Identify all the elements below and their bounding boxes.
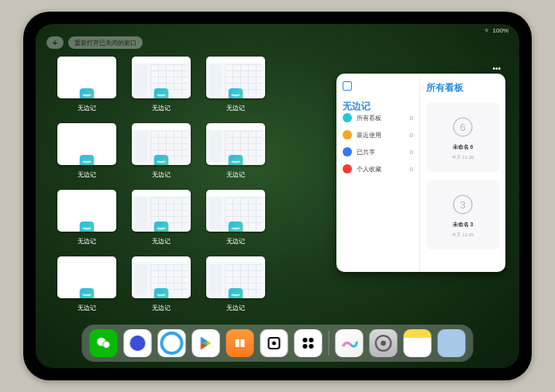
app-window[interactable]: 〰无边记: [206, 256, 265, 312]
app-window[interactable]: 〰无边记: [57, 123, 116, 179]
window-label: 无边记: [152, 170, 171, 179]
panel-left-title: 无边记: [343, 100, 413, 113]
board-card[interactable]: 6 未命名 6 今天 11:26: [426, 102, 499, 172]
sidebar-item-count: 0: [410, 149, 413, 156]
freeform-icon: 〰: [80, 88, 94, 98]
window-label: 无边记: [226, 304, 245, 312]
sidebar-item[interactable]: 已共享 0: [343, 147, 413, 156]
window-thumbnail[interactable]: 〰: [206, 256, 265, 298]
sidebar-item[interactable]: 所有看板 0: [343, 113, 413, 122]
dock-app-books[interactable]: [226, 329, 254, 357]
freeform-icon: 〰: [80, 222, 94, 232]
app-window[interactable]: 〰无边记: [206, 123, 265, 179]
freeform-icon: 〰: [154, 222, 168, 232]
window-label: 无边记: [78, 237, 96, 246]
svg-marker-9: [207, 341, 211, 346]
app-window[interactable]: 〰无边记: [57, 256, 116, 312]
app-window[interactable]: 〰无边记: [132, 123, 191, 179]
app-window[interactable]: 〰无边记: [206, 57, 265, 112]
new-window-button[interactable]: +: [47, 36, 64, 49]
svg-point-17: [309, 344, 314, 349]
sidebar-item-label: 所有看板: [357, 114, 381, 122]
svg-text:3: 3: [460, 199, 466, 211]
window-thumbnail[interactable]: 〰: [206, 190, 265, 232]
board-name: 未命名 6: [453, 143, 474, 151]
freeform-icon: 〰: [154, 88, 168, 98]
window-thumbnail[interactable]: 〰: [132, 190, 191, 232]
window-label: 无边记: [152, 304, 171, 312]
sidebar-item-label: 个人收藏: [357, 165, 381, 174]
window-label: 无边记: [152, 237, 171, 246]
freeform-icon: 〰: [80, 155, 94, 165]
window-label: 无边记: [226, 104, 245, 112]
app-window[interactable]: 〰无边记: [132, 190, 191, 246]
app-window[interactable]: 〰无边记: [57, 190, 116, 246]
window-thumbnail[interactable]: 〰: [132, 256, 191, 298]
window-label: 无边记: [152, 104, 171, 112]
panel-main: 所有看板 6 未命名 6 今天 11:263 未命名 3 今天 11:25: [420, 74, 505, 272]
window-thumbnail[interactable]: 〰: [57, 57, 116, 98]
svg-point-15: [309, 338, 314, 342]
dock-app-library[interactable]: [438, 329, 466, 357]
status-bar: ᯤ 100%: [484, 27, 508, 34]
window-thumbnail[interactable]: 〰: [132, 57, 191, 98]
reopen-closed-window-button[interactable]: 重新打开已关闭的窗口: [68, 36, 143, 49]
dock-app-quark[interactable]: [124, 329, 152, 357]
sidebar-list: 所有看板 0 最近使用 0 已共享 0 个人收藏 0: [343, 113, 413, 174]
board-timestamp: 今天 11:26: [452, 154, 474, 161]
category-icon: [343, 113, 352, 122]
dock-app-settings[interactable]: [370, 329, 398, 357]
sidebar-item[interactable]: 最近使用 0: [343, 130, 413, 139]
dock: [82, 325, 474, 362]
sidebar-item-label: 最近使用: [357, 131, 381, 139]
sidebar-item-count: 0: [410, 132, 413, 139]
window-thumbnail[interactable]: 〰: [206, 123, 265, 165]
dock-app-play[interactable]: [192, 329, 220, 357]
dock-app-qqbrowser[interactable]: [158, 329, 186, 357]
window-thumbnail[interactable]: 〰: [57, 190, 116, 232]
ellipsis-icon[interactable]: •••: [492, 64, 501, 73]
dock-app-wechat[interactable]: [90, 329, 118, 357]
dock-app-notes[interactable]: [404, 329, 432, 357]
dock-app-dice[interactable]: [260, 329, 288, 357]
svg-point-14: [303, 338, 308, 342]
app-window[interactable]: 〰无边记: [132, 57, 191, 112]
window-thumbnail[interactable]: 〰: [132, 123, 191, 165]
freeform-icon: 〰: [154, 288, 168, 298]
dock-app-circles[interactable]: [295, 329, 322, 357]
svg-point-13: [272, 342, 276, 346]
wifi-icon: ᯤ: [484, 27, 491, 34]
svg-text:6: 6: [460, 122, 466, 133]
window-label: 无边记: [78, 304, 96, 312]
window-thumbnail[interactable]: 〰: [57, 123, 116, 165]
board-card[interactable]: 3 未命名 3 今天 11:25: [426, 180, 499, 249]
ipad-frame: ᯤ 100% + 重新打开已关闭的窗口 〰无边记〰无边记〰无边记〰无边记〰无边记…: [23, 12, 532, 380]
boards-list: 6 未命名 6 今天 11:263 未命名 3 今天 11:25: [426, 102, 499, 249]
svg-point-16: [303, 344, 308, 349]
app-window[interactable]: 〰无边记: [206, 190, 265, 246]
window-thumbnail[interactable]: 〰: [206, 57, 265, 98]
svg-point-19: [381, 341, 386, 346]
app-window[interactable]: 〰无边记: [132, 256, 191, 312]
panel-sidebar: 无边记 所有看板 0 最近使用 0 已共享 0 个人收藏 0: [336, 74, 420, 272]
sidebar-toggle-icon[interactable]: [343, 81, 352, 91]
svg-point-5: [103, 341, 110, 348]
window-label: 无边记: [78, 170, 96, 179]
battery-label: 100%: [493, 27, 508, 34]
sidebar-item-count: 0: [410, 166, 413, 173]
app-window[interactable]: 〰无边记: [57, 57, 116, 112]
freeform-icon: 〰: [80, 288, 94, 298]
board-name: 未命名 3: [453, 221, 474, 229]
category-icon: [343, 147, 352, 156]
window-label: 无边记: [226, 170, 245, 179]
sidebar-item-label: 已共享: [357, 148, 375, 156]
sidebar-item[interactable]: 个人收藏 0: [343, 164, 413, 174]
category-icon: [343, 164, 352, 174]
dock-app-freeform[interactable]: [336, 329, 364, 357]
category-icon: [343, 130, 352, 139]
freeform-panel[interactable]: ••• 无边记 所有看板 0 最近使用 0 已共享 0 个人收藏 0 所有看板 …: [336, 74, 505, 272]
panel-right-title: 所有看板: [426, 81, 499, 95]
window-thumbnail[interactable]: 〰: [57, 256, 116, 298]
freeform-icon: 〰: [154, 155, 168, 165]
sidebar-item-count: 0: [410, 115, 413, 122]
